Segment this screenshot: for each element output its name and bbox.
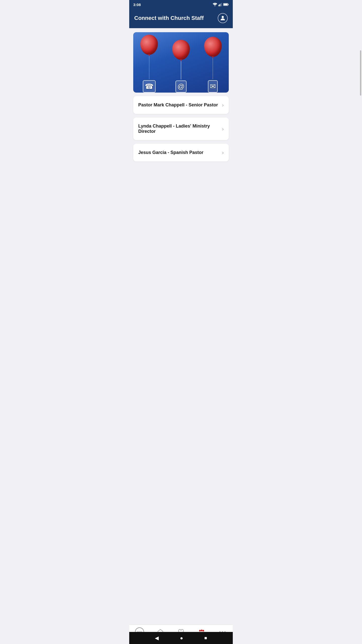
wifi-icon [213,3,217,6]
mail-icon: ✉ [208,80,218,93]
page-title: Connect with Church Staff [134,15,204,21]
staff-name-2: Lynda Chappell - Ladies' Ministry Direct… [138,124,222,134]
chevron-right-icon-3: › [222,150,224,155]
string-3 [213,57,213,79]
svg-rect-3 [220,3,221,6]
balloon-group-1: ☎ [140,35,158,93]
signal-icon [218,3,222,6]
hero-banner: ☎ @ ✉ [133,32,229,93]
balloons-decoration: ☎ @ ✉ [133,32,229,93]
svg-rect-7 [223,4,228,5]
svg-rect-6 [228,4,229,5]
status-icons [213,3,229,6]
chevron-right-icon-1: › [222,102,224,108]
main-content: ☎ @ ✉ Pastor Mark Chappell - Senior Past… [129,28,233,166]
svg-rect-4 [221,3,222,6]
balloon-2 [172,40,190,60]
string-1 [149,55,150,79]
user-icon [219,15,226,21]
staff-item-jesus[interactable]: Jesus Garcia - Spanish Pastor › [133,144,229,162]
status-bar: 3:08 [129,0,233,9]
staff-item-pastor-mark[interactable]: Pastor Mark Chappell - Senior Pastor › [133,96,229,114]
svg-point-0 [215,6,215,6]
staff-item-lynda[interactable]: Lynda Chappell - Ladies' Ministry Direct… [133,117,229,140]
status-time: 3:08 [133,3,141,7]
balloon-1 [140,35,158,55]
balloon-group-3: ✉ [204,37,222,93]
svg-rect-1 [218,5,219,6]
balloon-3 [204,37,222,57]
svg-rect-2 [219,4,220,6]
battery-icon [223,3,229,6]
string-2 [181,60,181,79]
chevron-right-icon-2: › [222,126,224,132]
app-header: Connect with Church Staff [129,9,233,28]
svg-point-8 [222,16,224,18]
staff-name-1: Pastor Mark Chappell - Senior Pastor [138,102,218,108]
phone-icon: ☎ [143,80,156,93]
balloon-group-2: @ [172,40,190,93]
profile-avatar-button[interactable] [218,13,228,23]
email-at-icon: @ [175,80,187,93]
staff-name-3: Jesus Garcia - Spanish Pastor [138,150,203,155]
